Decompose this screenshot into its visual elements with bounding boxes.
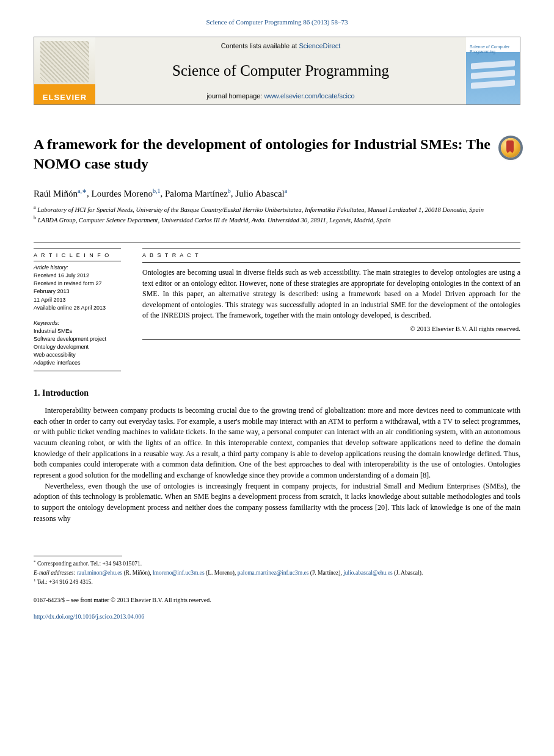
article-info-head: A R T I C L E I N F O <box>34 252 125 260</box>
divider <box>34 249 121 249</box>
author-aff-link[interactable]: a <box>285 187 287 194</box>
authors-line: Raúl Miñóna,∗, Lourdes Morenob,1, Paloma… <box>34 187 520 199</box>
author: Julio Abascala <box>235 189 287 198</box>
contents-line: Contents lists available at ScienceDirec… <box>95 42 466 49</box>
homepage-prefix: journal homepage: <box>206 92 264 100</box>
footnote-rule <box>34 556 122 556</box>
doi-link[interactable]: http://dx.doi.org/10.1016/j.scico.2013.0… <box>34 613 144 620</box>
author-email-link[interactable]: raul.minon@ehu.es <box>77 570 122 576</box>
cover-decoration <box>471 79 515 89</box>
cover-decoration <box>471 70 515 79</box>
keyword: Ontology development <box>34 343 125 351</box>
author-email-link[interactable]: julio.abascal@ehu.es <box>343 570 393 576</box>
keyword: Software development project <box>34 335 125 343</box>
footnotes-block: * Corresponding author. Tel.: +34 943 01… <box>34 559 520 586</box>
keyword: Web accessibility <box>34 351 125 359</box>
elsevier-tree-icon <box>40 41 89 82</box>
citation-header: Science of Computer Programming 86 (2013… <box>34 18 520 26</box>
author-aff-link[interactable]: a, <box>78 187 82 194</box>
footnote-text: Tel.: +34 916 249 4315. <box>37 579 93 585</box>
doi-line: http://dx.doi.org/10.1016/j.scico.2013.0… <box>34 613 520 620</box>
body-text: Interoperability between company product… <box>34 405 520 525</box>
email-who: (L. Moreno) <box>206 570 235 576</box>
author-name: Paloma Martínez <box>165 189 228 198</box>
keywords-head: Keywords: <box>34 319 125 327</box>
cover-title-text: Science of Computer Programming <box>470 45 517 54</box>
affiliation-text: LABDA Group, Computer Science Department… <box>38 217 391 224</box>
author-corr-link[interactable]: ∗ <box>82 187 87 194</box>
footnote-text: Corresponding author. Tel.: +34 943 0150… <box>37 561 142 567</box>
author: Lourdes Morenob,1 <box>92 189 161 198</box>
corresponding-author-note: * Corresponding author. Tel.: +34 943 01… <box>34 559 520 568</box>
elsevier-logo: ELSEVIER <box>34 37 95 104</box>
article-title: A framework for the development of ontol… <box>34 134 492 174</box>
author-email-link[interactable]: lmoreno@inf.uc3m.es <box>153 570 205 576</box>
paragraph: Nevertheless, even though the use of ont… <box>34 481 520 525</box>
divider <box>142 339 520 340</box>
author-sep: , <box>160 189 165 198</box>
history-accepted: 11 April 2013 <box>34 296 125 304</box>
footnote-marker: * <box>34 559 36 564</box>
sciencedirect-link[interactable]: ScienceDirect <box>299 42 340 49</box>
footnote-marker: 1 <box>34 578 36 583</box>
divider <box>142 249 520 249</box>
issn-line: 0167-6423/$ – see front matter © 2013 El… <box>34 597 520 603</box>
elsevier-logo-text: ELSEVIER <box>34 90 95 104</box>
abstract-text: Ontologies are becoming usual in diverse… <box>142 267 520 321</box>
email-line: E-mail addresses: raul.minon@ehu.es (R. … <box>34 569 520 577</box>
divider <box>34 242 520 242</box>
email-who: (P. Martínez) <box>310 570 341 576</box>
article-info-block: A R T I C L E I N F O Article history: R… <box>34 249 125 374</box>
section-heading: 1. Introduction <box>34 388 520 398</box>
crossmark-icon[interactable] <box>501 138 520 158</box>
author: Raúl Miñóna,∗ <box>34 189 87 198</box>
affiliation-label: a <box>34 205 36 210</box>
cover-decoration <box>471 60 515 69</box>
journal-header-mid: Contents lists available at ScienceDirec… <box>95 37 466 104</box>
journal-cover-thumbnail: Science of Computer Programming <box>466 37 520 104</box>
author-name: Julio Abascal <box>235 189 284 198</box>
email-who: (J. Abascal) <box>394 570 421 576</box>
divider <box>34 261 121 261</box>
keyword: Industrial SMEs <box>34 327 125 335</box>
affiliation: b LABDA Group, Computer Science Departme… <box>34 214 520 225</box>
history-received: Received 16 July 2012 <box>34 272 125 280</box>
author-sep: , <box>87 189 92 198</box>
author-name: Lourdes Moreno <box>92 189 153 198</box>
homepage-link[interactable]: www.elsevier.com/locate/scico <box>264 92 355 100</box>
abstract-block: A B S T R A C T Ontologies are becoming … <box>142 249 520 374</box>
journal-name: Science of Computer Programming <box>95 62 466 79</box>
journal-header-box: ELSEVIER Contents lists available at Sci… <box>34 37 520 105</box>
affiliation: a Laboratory of HCI for Special Needs, U… <box>34 204 520 214</box>
divider <box>142 262 520 263</box>
abstract-head: A B S T R A C T <box>142 252 520 260</box>
affiliations: a Laboratory of HCI for Special Needs, U… <box>34 204 520 225</box>
paragraph: Interoperability between company product… <box>34 405 520 481</box>
history-revised: Received in revised form 27 February 201… <box>34 280 125 296</box>
affiliation-label: b <box>34 215 36 220</box>
email-who: (R. Miñón) <box>123 570 150 576</box>
affiliation-text: Laboratory of HCI for Special Needs, Uni… <box>37 206 484 213</box>
divider <box>34 371 121 371</box>
emails-label: E-mail addresses: <box>34 570 76 576</box>
author: Paloma Martínezb <box>165 189 231 198</box>
author-name: Raúl Miñón <box>34 189 78 198</box>
keyword: Adaptive interfaces <box>34 359 125 367</box>
abstract-copyright: © 2013 Elsevier B.V. All rights reserved… <box>142 324 520 334</box>
footnote-phone: 1 Tel.: +34 916 249 4315. <box>34 577 520 586</box>
homepage-line: journal homepage: www.elsevier.com/locat… <box>95 92 466 100</box>
history-available: Available online 28 April 2013 <box>34 304 125 312</box>
contents-prefix: Contents lists available at <box>221 42 299 49</box>
author-email-link[interactable]: paloma.martinez@inf.uc3m.es <box>238 570 309 576</box>
